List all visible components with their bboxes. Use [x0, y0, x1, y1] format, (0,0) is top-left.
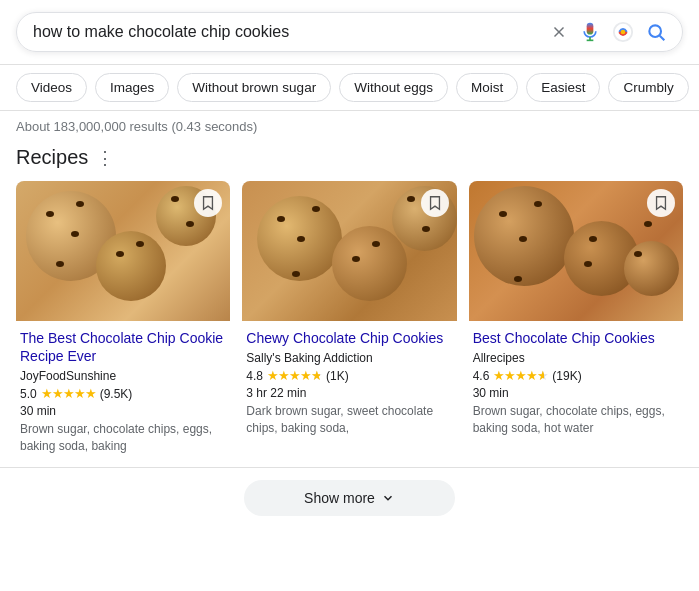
rating-count-3: (19K) [552, 369, 581, 383]
rating-value-1: 5.0 [20, 387, 37, 401]
card-title-2: Chewy Chocolate Chip Cookies [246, 329, 452, 347]
card-source-1: JoyFoodSunshine [20, 369, 226, 383]
card-image-1 [16, 181, 230, 321]
card-content-2: Chewy Chocolate Chip Cookies Sally's Bak… [242, 321, 456, 437]
bookmark-button-2[interactable] [421, 189, 449, 217]
card-image-3 [469, 181, 683, 321]
card-ingredients-2: Dark brown sugar, sweet chocolate chips,… [246, 403, 452, 437]
rating-count-2: (1K) [326, 369, 349, 383]
chip-crumbly[interactable]: Crumbly [608, 73, 688, 102]
chip-without-eggs[interactable]: Without eggs [339, 73, 448, 102]
clear-button[interactable] [550, 23, 568, 41]
chip-easiest[interactable]: Easiest [526, 73, 600, 102]
search-bar [16, 12, 683, 52]
lens-button[interactable] [612, 21, 634, 43]
filter-chips: Videos Images Without brown sugar Withou… [0, 65, 699, 111]
card-image-2 [242, 181, 456, 321]
chip-without-brown-sugar[interactable]: Without brown sugar [177, 73, 331, 102]
mic-button[interactable] [580, 22, 600, 42]
stars-1: ★★★★★ [41, 386, 96, 401]
card-ingredients-1: Brown sugar, chocolate chips, eggs, baki… [20, 421, 226, 455]
svg-point-5 [621, 30, 626, 35]
card-rating-1: 5.0 ★★★★★ (9.5K) [20, 386, 226, 401]
bookmark-button-3[interactable] [647, 189, 675, 217]
show-more-button[interactable]: Show more [244, 480, 455, 516]
recipe-card-3[interactable]: Best Chocolate Chip Cookies Allrecipes 4… [469, 181, 683, 455]
show-more-container: Show more [0, 467, 699, 528]
rating-count-1: (9.5K) [100, 387, 133, 401]
search-bar-container [0, 0, 699, 65]
recipe-card-1[interactable]: The Best Chocolate Chip Cookie Recipe Ev… [16, 181, 230, 455]
card-time-1: 30 min [20, 404, 226, 418]
card-title-1: The Best Chocolate Chip Cookie Recipe Ev… [20, 329, 226, 365]
recipe-cards: The Best Chocolate Chip Cookie Recipe Ev… [16, 181, 683, 455]
card-title-3: Best Chocolate Chip Cookies [473, 329, 679, 347]
card-source-2: Sally's Baking Addiction [246, 351, 452, 365]
show-more-label: Show more [304, 490, 375, 506]
chip-videos[interactable]: Videos [16, 73, 87, 102]
card-rating-3: 4.6 ★★★★★★ (19K) [473, 368, 679, 383]
results-count: About 183,000,000 results (0.43 seconds) [0, 111, 699, 142]
stars-2: ★★★★★★ [267, 368, 322, 383]
recipe-card-2[interactable]: Chewy Chocolate Chip Cookies Sally's Bak… [242, 181, 456, 455]
search-input[interactable] [33, 23, 550, 41]
chip-images[interactable]: Images [95, 73, 169, 102]
rating-value-2: 4.8 [246, 369, 263, 383]
chevron-down-icon [381, 491, 395, 505]
card-content-1: The Best Chocolate Chip Cookie Recipe Ev… [16, 321, 230, 455]
card-rating-2: 4.8 ★★★★★★ (1K) [246, 368, 452, 383]
card-source-3: Allrecipes [473, 351, 679, 365]
stars-3: ★★★★★★ [493, 368, 548, 383]
recipes-header: Recipes ⋮ [16, 146, 683, 169]
card-content-3: Best Chocolate Chip Cookies Allrecipes 4… [469, 321, 683, 437]
card-time-3: 30 min [473, 386, 679, 400]
chip-moist[interactable]: Moist [456, 73, 518, 102]
recipes-section: Recipes ⋮ [0, 142, 699, 467]
search-button[interactable] [646, 22, 666, 42]
svg-point-6 [649, 25, 661, 37]
recipes-title: Recipes [16, 146, 88, 169]
card-time-2: 3 hr 22 min [246, 386, 452, 400]
more-options-icon[interactable]: ⋮ [96, 147, 114, 169]
card-ingredients-3: Brown sugar, chocolate chips, eggs, baki… [473, 403, 679, 437]
rating-value-3: 4.6 [473, 369, 490, 383]
svg-line-7 [660, 36, 665, 41]
search-icons [550, 21, 666, 43]
